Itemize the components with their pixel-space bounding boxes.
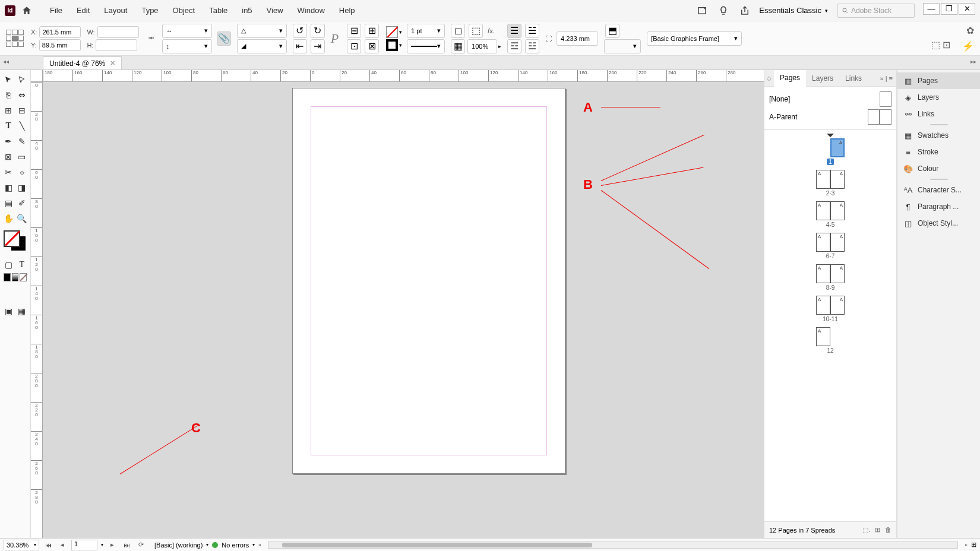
ruler-origin[interactable] [31,70,43,82]
delete-page-icon[interactable]: 🗑 [885,526,892,534]
x-input[interactable]: 261.5 mm [39,26,81,38]
master-none[interactable]: [None] [769,90,892,108]
format-text-icon[interactable]: T [16,258,29,272]
color-apply-row[interactable] [2,273,28,287]
canvas[interactable]: 1801601401201008060402002040608010012014… [31,70,764,538]
rotate-cw-icon[interactable]: ↻ [311,24,325,38]
corner-options-icon[interactable]: ◻ [451,24,465,38]
dock-links[interactable]: ⚯Links [897,106,980,122]
frame-fitting-icon[interactable]: ⬚ [469,24,483,38]
rotate-ccw-icon[interactable]: ↺ [293,24,307,38]
master-a-parent[interactable]: A-Parent [769,108,892,126]
shear-input[interactable]: ◢ ▾ [237,39,287,53]
gap-input[interactable]: 4.233 mm [557,31,598,46]
stroke-swatch[interactable] [386,39,398,51]
menu-file[interactable]: File [43,6,69,15]
window-restore[interactable]: ❐ [941,3,957,15]
window-close[interactable]: ✕ [959,3,975,15]
pen-tool[interactable]: ✒ [2,134,15,148]
text-wrap-bound-icon[interactable]: ☱ [525,24,539,38]
lightbulb-icon[interactable] [716,4,731,18]
stroke-weight-input[interactable]: 1 pt▾ [407,24,445,38]
eyedropper-tool[interactable]: ✐ [16,196,29,210]
text-wrap-shape-icon[interactable]: ☲ [507,39,521,53]
collapse-toolbox-icon[interactable]: ◂◂ [3,58,9,65]
open-nav-icon[interactable]: ⟳ [135,540,146,550]
gradient-feather-tool[interactable]: ◨ [16,180,29,195]
color-swatch-input[interactable]: ▾ [604,39,641,53]
prev-spread-icon[interactable]: ◂ [57,540,68,550]
edit-page-size-icon[interactable]: ⬚. [862,526,870,534]
align-margin-icon[interactable]: ⊡ [347,39,361,53]
view-mode-preview-icon[interactable]: ▦ [16,304,29,318]
text-wrap-none-icon[interactable]: ☰ [507,24,521,38]
scroll-right-icon[interactable]: ▸ [965,542,968,547]
view-mode-normal-icon[interactable]: ▣ [2,304,15,318]
scale-x-input[interactable]: ↔ ▾ [162,24,212,38]
horizontal-ruler[interactable]: 1801601401201008060402002040608010012014… [43,70,764,82]
gradient-swatch-tool[interactable]: ◧ [2,180,15,195]
panel-tab-pages[interactable]: Pages [774,70,806,87]
note-tool[interactable]: ▤ [2,196,15,210]
workspace-switcher[interactable]: Essentials Classic▾ [755,6,832,15]
pencil-tool[interactable]: ✎ [16,134,29,148]
rotation-input[interactable]: △ ▾ [237,24,287,38]
new-page-icon[interactable]: ⊞ [875,526,880,534]
stroke-style-select[interactable]: ▾ [407,39,445,53]
control-settings-icon[interactable]: ✿ [966,25,974,36]
w-input[interactable] [97,26,139,38]
dock-paragraph-styles[interactable]: ¶Paragraph ... [897,198,980,215]
reference-point[interactable] [6,30,24,48]
last-spread-icon[interactable]: ⏭ [121,540,132,550]
menu-object[interactable]: Object [166,6,203,15]
page-tool[interactable]: ⎘ [2,88,15,102]
dock-stroke[interactable]: ≡Stroke [897,144,980,160]
panel-tab-links[interactable]: Links [839,70,868,87]
content-collector-tool[interactable]: ⊞ [2,103,15,118]
quick-apply-icon[interactable]: ⚡ [962,40,974,52]
close-tab-icon[interactable]: ✕ [110,59,115,67]
menu-view[interactable]: View [260,6,290,15]
h-input[interactable] [96,39,137,51]
zoom-tool[interactable]: 🔍 [16,211,29,226]
zoom-input[interactable]: 30.38%▾ [4,540,39,550]
preflight-errors-label[interactable]: No errors [222,542,249,549]
format-container-icon[interactable]: ▢ [2,258,15,272]
rectangle-frame-tool[interactable]: ⊠ [2,150,15,164]
document-tab[interactable]: Untitled-4 @ 76% ✕ [43,56,122,69]
page-spread[interactable] [292,88,565,474]
page-number-input[interactable]: 1 [71,540,97,550]
menu-type[interactable]: Type [134,6,165,15]
text-wrap-jump-icon[interactable]: ☳ [525,39,539,53]
auto-fit-icon[interactable]: ⛶ [545,31,552,46]
home-icon[interactable] [21,5,32,16]
opacity-input[interactable]: 100% [467,39,497,53]
dock-object-styles[interactable]: ◫Object Styl... [897,215,980,232]
horizontal-scrollbar[interactable] [268,542,958,549]
align-page-icon[interactable]: ⊠ [365,39,379,53]
next-spread-icon[interactable]: ▸ [107,540,118,550]
fill-swatch[interactable] [386,26,398,38]
share-icon[interactable] [738,4,752,18]
rectangle-tool[interactable]: ▭ [16,150,29,164]
flip-v-icon[interactable]: ⇥ [311,39,325,53]
search-adobe-stock[interactable]: Adobe Stock [837,4,915,18]
menu-in5[interactable]: in5 [235,6,259,15]
libraries-icon[interactable]: ⬚ [931,39,940,50]
menu-help[interactable]: Help [332,6,362,15]
dock-swatches[interactable]: ▦Swatches [897,127,980,144]
preflight-profile-label[interactable]: [Basic] (working) [154,542,203,549]
content-placer-tool[interactable]: ⊟ [16,103,29,118]
y-input[interactable]: 89.5 mm [39,39,81,51]
dock-pages[interactable]: ▥Pages [897,72,980,89]
window-minimize[interactable]: — [923,3,940,15]
vertical-ruler[interactable]: 020406080100120140160180200220240260280 [31,82,43,538]
clip-icon[interactable]: 📎 [217,31,231,46]
dock-layers[interactable]: ◈Layers [897,89,980,106]
align-selection-icon[interactable]: ⊟ [347,24,361,38]
dock-colour[interactable]: 🎨Colour [897,160,980,177]
hand-tool[interactable]: ✋ [2,211,15,226]
opacity-icon[interactable]: ▦ [451,39,465,53]
view-toggle-icon[interactable]: ⊞ [971,541,976,549]
menu-table[interactable]: Table [202,6,235,15]
